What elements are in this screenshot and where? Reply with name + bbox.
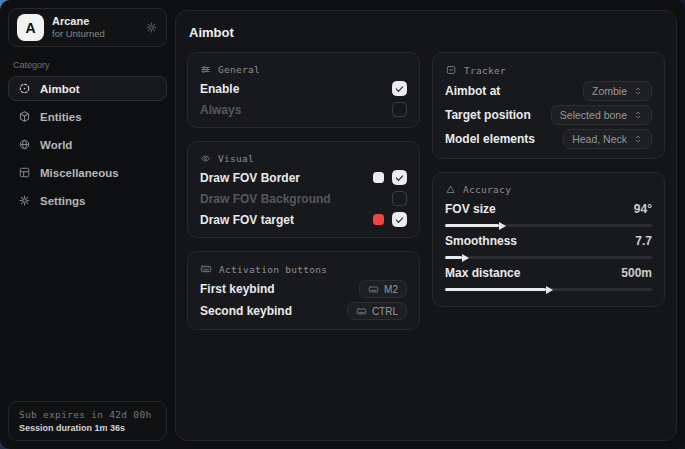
max-distance-slider[interactable] [445, 288, 652, 291]
eye-icon [200, 153, 211, 164]
sidebar: A Arcane for Unturned Category A [0, 0, 175, 449]
aimbot-at-label: Aimbot at [445, 84, 500, 98]
visual-title: Visual [218, 153, 254, 164]
accuracy-card: Accuracy FOV size 94° Smoothness [432, 172, 665, 307]
enable-checkbox[interactable] [392, 81, 407, 96]
aimbot-at-row: Aimbot at Zombie [445, 81, 652, 101]
fov-target-checkbox[interactable] [392, 212, 407, 227]
sidebar-item-label: Entities [40, 111, 82, 123]
slider-fill [445, 224, 499, 227]
fov-background-row: Draw FOV Background [200, 190, 407, 207]
smoothness-slider[interactable] [445, 256, 652, 259]
brand-text: Arcane for Unturned [52, 15, 105, 41]
tracker-header: Tracker [445, 64, 652, 76]
model-elements-row: Model elements Head, Neck [445, 129, 652, 149]
main-panel: Aimbot General Enable [175, 10, 677, 441]
sidebar-item-miscellaneous[interactable]: Miscellaneous [8, 160, 167, 185]
brand-card: A Arcane for Unturned [8, 8, 167, 47]
globe-icon [18, 138, 31, 151]
unfold-more-icon [633, 134, 643, 144]
fov-border-label: Draw FOV Border [200, 171, 300, 185]
gear-icon[interactable] [145, 21, 158, 34]
unfold-more-icon [633, 86, 643, 96]
always-checkbox[interactable] [392, 102, 407, 117]
target-position-label: Target position [445, 108, 531, 122]
second-keybind-row: Second keybind CTRL [200, 302, 407, 320]
scan-box-icon [445, 64, 457, 76]
tracker-card: Tracker Aimbot at Zombie [432, 52, 665, 159]
sidebar-item-label: Miscellaneous [40, 167, 119, 179]
second-keybind-button[interactable]: CTRL [347, 302, 407, 320]
app-subtitle: for Unturned [52, 28, 105, 40]
sidebar-item-settings[interactable]: Settings [8, 188, 167, 213]
aimbot-at-value: Zombie [592, 85, 627, 97]
activation-header: Activation buttons [200, 263, 407, 275]
category-label: Category [13, 60, 162, 70]
always-row: Always [200, 101, 407, 118]
max-distance-value: 500m [621, 266, 652, 280]
unfold-more-icon [633, 110, 643, 120]
crosshair-icon [18, 82, 31, 95]
tracker-title: Tracker [464, 65, 506, 76]
fov-target-label: Draw FOV target [200, 213, 294, 227]
app-window: A Arcane for Unturned Category A [0, 0, 685, 449]
fov-size-value: 94° [634, 202, 652, 216]
subscription-info-card: Sub expires in 42d 00h Session duration … [8, 401, 167, 441]
smoothness-row: Smoothness 7.7 [445, 234, 652, 259]
sidebar-item-label: World [40, 139, 72, 151]
sidebar-item-world[interactable]: World [8, 132, 167, 157]
target-position-select[interactable]: Selected bone [551, 105, 652, 125]
slider-fill [445, 288, 546, 291]
general-header: General [200, 64, 407, 75]
visual-header: Visual [200, 153, 407, 164]
model-elements-label: Model elements [445, 132, 535, 146]
fov-border-row: Draw FOV Border [200, 169, 407, 186]
second-keybind-value: CTRL [372, 306, 398, 317]
fov-background-checkbox[interactable] [392, 191, 407, 206]
fov-target-color-swatch[interactable] [373, 214, 384, 225]
cube-icon [18, 110, 31, 123]
activation-buttons-card: Activation buttons First keybind M2 [187, 251, 420, 330]
gear-icon [18, 194, 31, 207]
fov-border-color-swatch[interactable] [373, 172, 384, 183]
first-keybind-label: First keybind [200, 282, 275, 296]
grid-icon [18, 166, 31, 179]
first-keybind-row: First keybind M2 [200, 280, 407, 298]
fov-size-slider[interactable] [445, 224, 652, 227]
general-title: General [218, 64, 260, 75]
target-position-value: Selected bone [560, 109, 627, 121]
fov-target-row: Draw FOV target [200, 211, 407, 228]
sliders-icon [200, 64, 211, 75]
sidebar-item-label: Settings [40, 195, 85, 207]
app-name: Arcane [52, 15, 105, 29]
always-label: Always [200, 103, 241, 117]
activation-title: Activation buttons [219, 264, 327, 275]
sidebar-item-entities[interactable]: Entities [8, 104, 167, 129]
max-distance-label: Max distance [445, 266, 520, 280]
sub-expiry-text: Sub expires in 42d 00h [19, 409, 156, 420]
aimbot-at-select[interactable]: Zombie [583, 81, 652, 101]
max-distance-row: Max distance 500m [445, 266, 652, 291]
keyboard-icon [368, 284, 379, 295]
fov-background-label: Draw FOV Background [200, 192, 331, 206]
fov-size-row: FOV size 94° [445, 202, 652, 227]
target-position-row: Target position Selected bone [445, 105, 652, 125]
keyboard-icon [200, 263, 212, 275]
first-keybind-button[interactable]: M2 [359, 280, 407, 298]
smoothness-label: Smoothness [445, 234, 517, 248]
model-elements-value: Head, Neck [572, 133, 627, 145]
keyboard-icon [356, 306, 367, 317]
sidebar-item-label: Aimbot [40, 83, 80, 95]
first-keybind-value: M2 [384, 284, 398, 295]
second-keybind-label: Second keybind [200, 304, 292, 318]
accuracy-title: Accuracy [463, 184, 511, 195]
fov-border-checkbox[interactable] [392, 170, 407, 185]
sidebar-item-aimbot[interactable]: Aimbot [8, 76, 167, 101]
model-elements-select[interactable]: Head, Neck [563, 129, 652, 149]
page-title: Aimbot [189, 25, 663, 40]
fov-size-label: FOV size [445, 202, 496, 216]
accuracy-header: Accuracy [445, 184, 652, 195]
session-duration-text: Session duration 1m 36s [19, 423, 156, 433]
slider-fill [445, 256, 462, 259]
general-card: General Enable Always [187, 52, 420, 128]
